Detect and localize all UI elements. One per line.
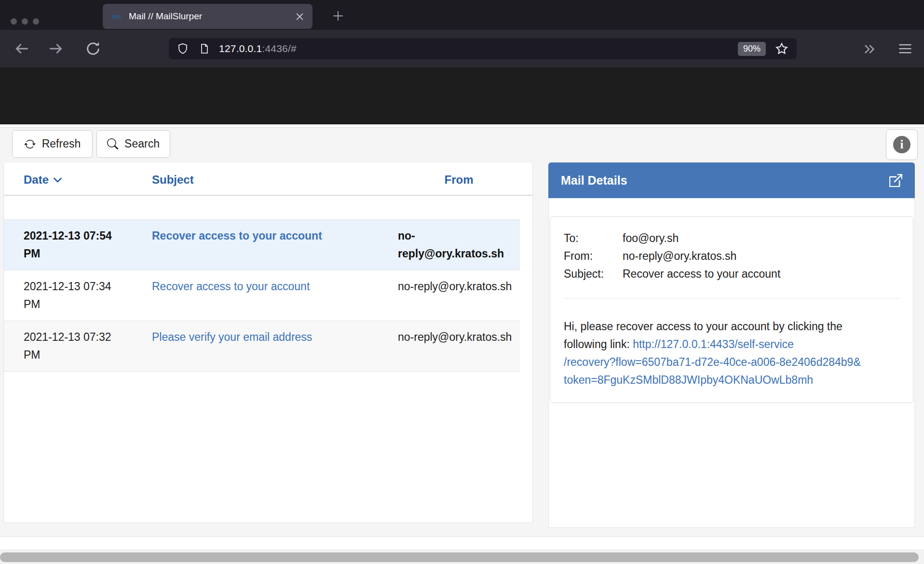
info-icon: i [893,136,910,153]
mail-body: Hi, please recover access to your accoun… [564,318,899,389]
subject-value: Recover access to your account [623,265,899,283]
mail-row-date: 2021-12-13 07:32 PM [4,328,152,364]
refresh-icon [24,138,36,150]
horizontal-scrollbar[interactable] [0,550,924,564]
page-content: Refresh Search i Date Subject From [0,124,924,564]
header-divider [4,195,532,196]
hamburger-menu-icon [898,42,912,55]
app-menu-button[interactable] [898,42,912,55]
forward-button[interactable] [48,40,64,57]
mail-list-pane: Date Subject From 2021-12-13 07:54 PM Re… [3,163,533,523]
browser-toolbar: 127.0.0.1:4436/# 90% [0,30,924,67]
column-header-from[interactable]: From [398,171,520,189]
chevron-down-icon [53,175,62,185]
column-header-date[interactable]: Date [4,171,152,189]
mail-row[interactable]: 2021-12-13 07:32 PM Please verify your e… [4,321,520,372]
url-port-path: :4436/# [262,43,296,54]
browser-tab-strip: Mail // MailSlurper [0,0,924,30]
card-divider [564,298,899,298]
tab-favicon-mailslurper-icon [111,14,123,19]
double-chevron-icon [861,41,877,57]
zoom-level-badge[interactable]: 90% [738,42,766,56]
browser-window: Mail // MailSlurper [0,0,924,564]
overflow-menu-button[interactable] [861,41,877,57]
mail-row[interactable]: 2021-12-13 07:34 PM Recover access to yo… [4,270,520,321]
mail-details-title: Mail Details [561,174,889,188]
from-value: no-reply@ory.kratos.sh [623,247,899,265]
search-button[interactable]: Search [96,130,170,158]
url-text[interactable]: 127.0.0.1:4436/# [219,43,297,54]
mail-details-card: To: foo@ory.sh From: no-reply@ory.kratos… [550,216,913,403]
subject-label: Subject: [564,265,623,283]
tab-close-icon[interactable] [296,13,304,21]
forward-arrow-icon [48,40,64,57]
back-arrow-icon [14,40,30,57]
window-controls[interactable] [11,18,39,25]
back-button[interactable] [14,40,30,57]
to-value: foo@ory.sh [623,229,899,247]
url-bar[interactable]: 127.0.0.1:4436/# 90% [169,38,797,59]
mail-row-date: 2021-12-13 07:34 PM [4,278,152,313]
app-navbar: ⚙ [0,67,924,124]
plus-icon [332,10,344,22]
reload-button[interactable] [85,40,101,57]
mail-details-header: Mail Details [548,162,915,198]
open-external-icon[interactable] [889,174,902,187]
browser-tab[interactable]: Mail // MailSlurper [103,4,313,29]
search-icon [107,138,118,149]
mail-meta: To: foo@ory.sh From: no-reply@ory.kratos… [564,229,899,283]
from-label: From: [564,247,623,265]
column-header-subject[interactable]: Subject [152,171,398,189]
reload-icon [85,40,101,57]
mail-rows: 2021-12-13 07:54 PM Recover access to yo… [4,219,520,372]
mail-list-header: Date Subject From [4,163,532,189]
refresh-button-label: Refresh [42,137,81,150]
mail-row-date: 2021-12-13 07:54 PM [4,227,152,263]
page-info-icon[interactable] [199,43,210,54]
mail-row-subject-link[interactable]: Please verify your email address [152,331,312,343]
refresh-button[interactable]: Refresh [12,130,93,158]
shield-icon[interactable] [177,42,189,55]
tab-title: Mail // MailSlurper [129,11,296,22]
mail-row-from: no-reply@ory.kratos.sh [398,328,520,364]
mail-row-from: no-reply@ory.kratos.sh [398,278,520,313]
body-text-line1: Hi, please recover access to your accoun… [564,320,842,333]
search-button-label: Search [124,137,160,150]
mail-row[interactable]: 2021-12-13 07:54 PM Recover access to yo… [4,219,520,270]
info-button[interactable]: i [886,129,918,160]
mail-row-subject-link[interactable]: Recover access to your account [152,280,310,293]
to-label: To: [564,229,623,247]
new-tab-button[interactable] [331,9,345,23]
mail-row-from: no-reply@ory.kratos.sh [398,227,520,263]
mail-row-subject-link[interactable]: Recover access to your account [152,229,322,242]
body-text-line2: following link: [564,338,633,350]
url-host: 127.0.0.1 [219,43,262,54]
horizontal-scrollbar-thumb[interactable] [0,552,919,562]
bottom-band [0,537,924,550]
bookmark-star-icon[interactable] [775,41,789,56]
mail-details-pane: Mail Details To: foo@ory.sh From: no-rep… [548,162,915,528]
content-divider [0,124,924,128]
